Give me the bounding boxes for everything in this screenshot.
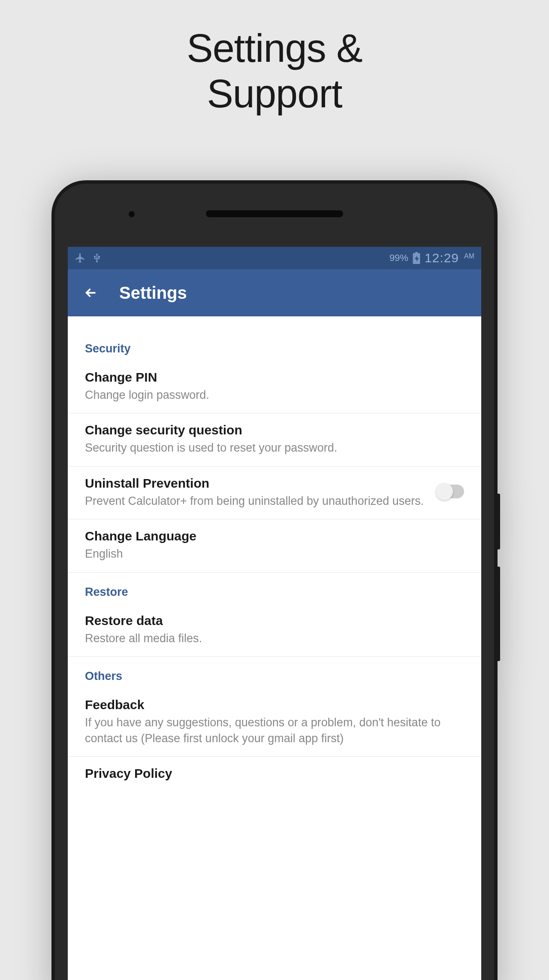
section-header-security: Security [68, 329, 481, 361]
back-arrow-icon[interactable] [78, 285, 99, 300]
airplane-mode-icon [75, 252, 86, 264]
setting-privacy-policy[interactable]: Privacy Policy [68, 757, 481, 794]
uninstall-prevention-toggle[interactable] [437, 485, 464, 498]
phone-earpiece [206, 210, 343, 217]
setting-change-pin[interactable]: Change PIN Change login password. [68, 361, 481, 413]
setting-title: Feedback [85, 698, 464, 712]
setting-change-security-question[interactable]: Change security question Security questi… [68, 413, 481, 466]
setting-uninstall-prevention[interactable]: Uninstall Prevention Prevent Calculator+… [68, 467, 481, 519]
section-header-restore: Restore [68, 573, 481, 604]
setting-title: Restore data [85, 613, 464, 628]
page-heading: Settings & Support [0, 0, 549, 117]
svg-rect-1 [415, 252, 418, 254]
phone-camera [129, 211, 135, 217]
setting-feedback[interactable]: Feedback If you have any suggestions, qu… [68, 688, 481, 757]
setting-title: Change Language [85, 529, 464, 543]
phone-screen: 99% 12:29 AM [68, 247, 481, 980]
setting-title: Uninstall Prevention [85, 476, 428, 491]
setting-subtitle: Change login password. [85, 387, 464, 403]
setting-subtitle: Security question is used to reset your … [85, 440, 464, 455]
status-bar: 99% 12:29 AM [68, 247, 481, 269]
setting-subtitle: If you have any suggestions, questions o… [85, 715, 464, 746]
section-header-others: Others [68, 657, 481, 688]
setting-title: Change security question [85, 423, 464, 437]
settings-content: Security Change PIN Change login passwor… [68, 316, 481, 794]
app-bar-title: Settings [119, 283, 187, 303]
phone-side-button [498, 494, 500, 549]
app-bar: Settings [68, 269, 481, 316]
setting-subtitle: Prevent Calculator+ from being uninstall… [85, 493, 428, 509]
status-ampm: AM [464, 252, 474, 260]
setting-title: Change PIN [85, 370, 464, 385]
status-time: 12:29 [425, 251, 459, 265]
setting-subtitle: Restore all media files. [85, 631, 464, 646]
setting-change-language[interactable]: Change Language English [68, 519, 481, 572]
battery-percentage: 99% [389, 252, 408, 264]
phone-mockup: 99% 12:29 AM [51, 180, 498, 980]
setting-restore-data[interactable]: Restore data Restore all media files. [68, 604, 481, 657]
setting-subtitle: English [85, 546, 464, 561]
setting-title: Privacy Policy [85, 766, 464, 781]
toggle-knob [436, 483, 453, 500]
usb-icon [92, 253, 102, 263]
battery-charging-icon [413, 252, 420, 264]
phone-side-button [498, 567, 500, 661]
